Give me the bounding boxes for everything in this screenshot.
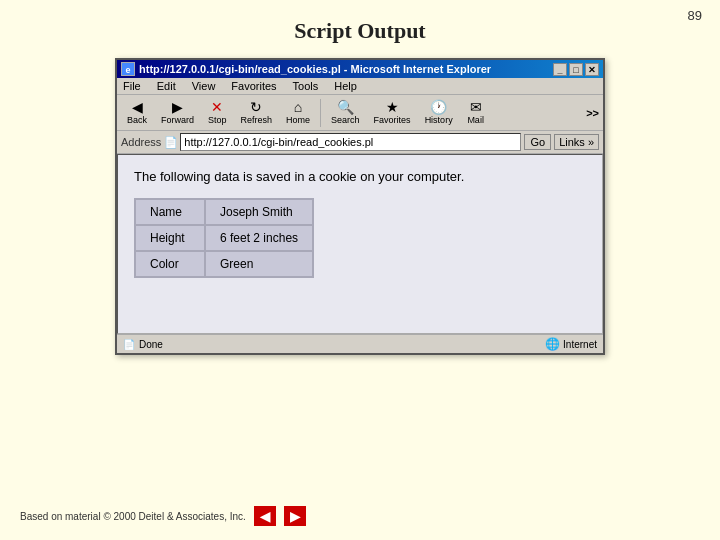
content-area: The following data is saved in a cookie … <box>117 154 603 334</box>
favorites-label: Favorites <box>374 115 411 125</box>
cookie-table: Name Joseph Smith Height 6 feet 2 inches… <box>134 198 314 278</box>
status-bar: 📄 Done 🌐 Internet <box>117 334 603 353</box>
toolbar-separator <box>320 99 321 127</box>
favorites-icon: ★ <box>386 100 399 114</box>
status-right: 🌐 Internet <box>545 337 597 351</box>
menu-tools[interactable]: Tools <box>291 79 321 93</box>
next-button[interactable]: ▶ <box>284 506 306 526</box>
prev-button[interactable]: ◀ <box>254 506 276 526</box>
search-label: Search <box>331 115 360 125</box>
stop-button[interactable]: ✕ Stop <box>202 97 233 128</box>
intro-text: The following data is saved in a cookie … <box>134 169 586 184</box>
history-icon: 🕐 <box>430 100 447 114</box>
back-icon: ◀ <box>132 100 143 114</box>
home-button[interactable]: ⌂ Home <box>280 97 316 128</box>
home-label: Home <box>286 115 310 125</box>
status-text: Done <box>139 339 163 350</box>
mail-label: Mail <box>467 115 484 125</box>
table-key-color: Color <box>135 251 205 277</box>
stop-label: Stop <box>208 115 227 125</box>
address-input-wrapper: 📄 <box>164 133 521 151</box>
content-wrapper: The following data is saved in a cookie … <box>117 154 603 334</box>
table-row: Color Green <box>135 251 313 277</box>
table-value-height: 6 feet 2 inches <box>205 225 313 251</box>
title-bar: e http://127.0.0.1/cgi-bin/read_cookies.… <box>117 60 603 78</box>
mail-icon: ✉ <box>470 100 482 114</box>
address-page-icon: 📄 <box>164 136 178 149</box>
forward-label: Forward <box>161 115 194 125</box>
ie-icon: e <box>121 62 135 76</box>
close-button[interactable]: ✕ <box>585 63 599 76</box>
stop-icon: ✕ <box>211 100 223 114</box>
title-controls: _ □ ✕ <box>553 63 599 76</box>
go-button[interactable]: Go <box>524 134 551 150</box>
table-value-name: Joseph Smith <box>205 199 313 225</box>
menu-edit[interactable]: Edit <box>155 79 178 93</box>
forward-button[interactable]: ▶ Forward <box>155 97 200 128</box>
refresh-icon: ↻ <box>250 100 262 114</box>
search-button[interactable]: 🔍 Search <box>325 97 366 128</box>
favorites-button[interactable]: ★ Favorites <box>368 97 417 128</box>
table-value-color: Green <box>205 251 313 277</box>
back-label: Back <box>127 115 147 125</box>
browser-window: e http://127.0.0.1/cgi-bin/read_cookies.… <box>115 58 605 355</box>
table-row: Name Joseph Smith <box>135 199 313 225</box>
address-input[interactable] <box>180 133 521 151</box>
toolbar-more[interactable]: >> <box>586 107 599 119</box>
footer: Based on material © 2000 Deitel & Associ… <box>20 506 306 526</box>
links-button[interactable]: Links » <box>554 134 599 150</box>
mail-button[interactable]: ✉ Mail <box>461 97 491 128</box>
maximize-button[interactable]: □ <box>569 63 583 76</box>
menu-favorites[interactable]: Favorites <box>229 79 278 93</box>
search-icon: 🔍 <box>337 100 354 114</box>
address-label: Address <box>121 136 161 148</box>
refresh-label: Refresh <box>241 115 273 125</box>
toolbar: ◀ Back ▶ Forward ✕ Stop ↻ Refresh ⌂ Home… <box>117 95 603 131</box>
menu-view[interactable]: View <box>190 79 218 93</box>
status-internet-icon: 🌐 <box>545 337 560 351</box>
browser-title: http://127.0.0.1/cgi-bin/read_cookies.pl… <box>139 63 491 75</box>
slide-title: Script Output <box>0 18 720 44</box>
back-button[interactable]: ◀ Back <box>121 97 153 128</box>
menu-help[interactable]: Help <box>332 79 359 93</box>
address-bar: Address 📄 Go Links » <box>117 131 603 154</box>
history-button[interactable]: 🕐 History <box>419 97 459 128</box>
menu-file[interactable]: File <box>121 79 143 93</box>
copyright-text: Based on material © 2000 Deitel & Associ… <box>20 511 246 522</box>
status-page-icon: 📄 <box>123 339 135 350</box>
menu-bar: File Edit View Favorites Tools Help <box>117 78 603 95</box>
page-number: 89 <box>688 8 702 23</box>
home-icon: ⌂ <box>294 100 302 114</box>
refresh-button[interactable]: ↻ Refresh <box>235 97 279 128</box>
minimize-button[interactable]: _ <box>553 63 567 76</box>
table-key-name: Name <box>135 199 205 225</box>
forward-icon: ▶ <box>172 100 183 114</box>
title-bar-text: e http://127.0.0.1/cgi-bin/read_cookies.… <box>121 62 491 76</box>
history-label: History <box>425 115 453 125</box>
status-zone-text: Internet <box>563 339 597 350</box>
table-key-height: Height <box>135 225 205 251</box>
status-left: 📄 Done <box>123 339 163 350</box>
table-row: Height 6 feet 2 inches <box>135 225 313 251</box>
